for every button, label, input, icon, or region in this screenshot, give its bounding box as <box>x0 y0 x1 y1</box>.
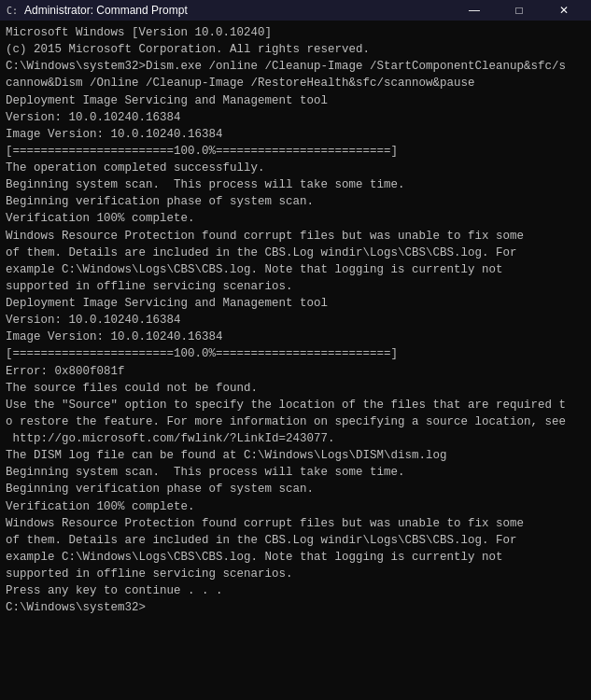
console-line: example C:\Windows\Logs\CBS\CBS.log. Not… <box>6 549 585 566</box>
console-line: of them. Details are included in the CBS… <box>6 245 585 261</box>
console-line: Deployment Image Servicing and Managemen… <box>6 92 585 109</box>
console-line: Image Version: 10.0.10240.16384 <box>6 329 585 345</box>
window-controls[interactable]: — □ ✕ <box>453 0 585 21</box>
console-line: Image Version: 10.0.10240.16384 <box>6 126 585 143</box>
console-line: supported in offline servicing scenarios… <box>6 278 585 295</box>
console-line: C:\Windows\system32>Dism.exe /online /Cl… <box>6 58 585 75</box>
console-line: Version: 10.0.10240.16384 <box>6 312 585 329</box>
console-line: Deployment Image Servicing and Managemen… <box>6 295 585 312</box>
title-bar: C: Administrator: Command Prompt — □ ✕ <box>0 0 591 21</box>
console-line: Beginning verification phase of system s… <box>6 481 585 497</box>
console-line: Beginning verification phase of system s… <box>6 193 585 210</box>
console-line: [=======================100.0%==========… <box>6 345 585 362</box>
console-line: (c) 2015 Microsoft Corporation. All righ… <box>6 41 585 58</box>
cmd-icon: C: <box>6 4 19 17</box>
console-line: The source files could not be found. <box>6 380 585 397</box>
console-line: Microsoft Windows [Version 10.0.10240] <box>6 24 585 41</box>
console-line: http://go.microsoft.com/fwlink/?LinkId=2… <box>6 430 585 447</box>
svg-text:C:: C: <box>7 6 18 16</box>
minimize-button[interactable]: — <box>453 0 496 21</box>
console-line: example C:\Windows\Logs\CBS\CBS.log. Not… <box>6 261 585 278</box>
console-line: Beginning system scan. This process will… <box>6 464 585 481</box>
maximize-button[interactable]: □ <box>498 0 541 21</box>
console-output: Microsoft Windows [Version 10.0.10240](c… <box>0 21 591 700</box>
console-line: Error: 0x800f081f <box>6 363 585 380</box>
window-title: Administrator: Command Prompt <box>24 4 453 17</box>
console-line: o restore the feature. For more informat… <box>6 413 585 430</box>
console-line: Use the "Source" option to specify the l… <box>6 397 585 413</box>
console-line: cannow&Dism /Online /Cleanup-Image /Rest… <box>6 75 585 91</box>
console-line: The DISM log file can be found at C:\Win… <box>6 447 585 464</box>
console-line: Version: 10.0.10240.16384 <box>6 109 585 126</box>
console-line: The operation completed successfully. <box>6 160 585 176</box>
console-line: Windows Resource Protection found corrup… <box>6 515 585 532</box>
console-line: Windows Resource Protection found corrup… <box>6 228 585 245</box>
console-line: Press any key to continue . . . <box>6 582 585 599</box>
console-line: of them. Details are included in the CBS… <box>6 532 585 549</box>
console-line: supported in offline servicing scenarios… <box>6 566 585 582</box>
console-line: Beginning system scan. This process will… <box>6 176 585 193</box>
close-button[interactable]: ✕ <box>542 0 585 21</box>
console-line: C:\Windows\system32> <box>6 599 585 616</box>
console-line: Verification 100% complete. <box>6 498 585 515</box>
console-line: [=======================100.0%==========… <box>6 143 585 160</box>
console-line: Verification 100% complete. <box>6 210 585 227</box>
